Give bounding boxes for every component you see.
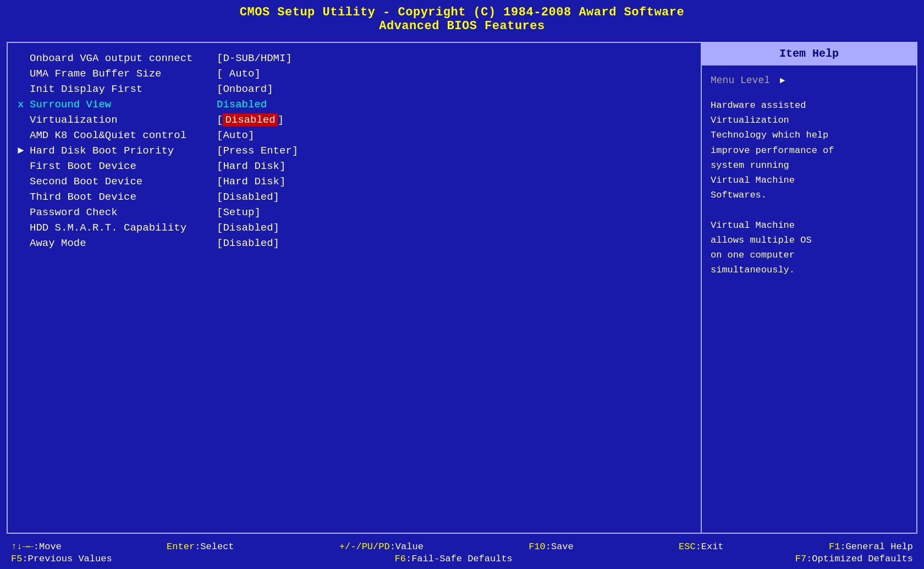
list-item[interactable]: First Boot Device [Hard Disk] [18,158,691,174]
item-help-header: Item Help [702,43,916,65]
arrow-indicator [18,176,30,188]
list-item[interactable]: ► Hard Disk Boot Priority [Press Enter] [18,143,691,158]
footer-key: ↑↓→← [11,541,34,552]
footer-row-2: F5:Previous Values F6:Fail-Safe Defaults… [11,554,913,564]
list-item[interactable]: HDD S.M.A.R.T. Capability [Disabled] [18,220,691,236]
item-label: First Boot Device [30,160,217,172]
header-line1: CMOS Setup Utility - Copyright (C) 1984-… [0,6,924,19]
item-value: [Setup] [217,206,261,218]
footer-desc: :Value [390,541,424,552]
arrow-indicator: ► [18,145,30,157]
item-label: Onboard VGA output connect [30,52,217,64]
arrow-indicator [18,206,30,218]
item-label: Second Boot Device [30,176,217,188]
arrow-indicator [18,129,30,141]
help-text: Hardware assisted Virtualization Technol… [711,98,908,277]
header: CMOS Setup Utility - Copyright (C) 1984-… [0,0,924,37]
footer-row-1: ↑↓→←:Move Enter:Select +/-/PU/PD:Value F… [11,541,913,552]
footer-desc: :Fail-Safe Defaults [406,554,513,564]
footer-desc: :Move [34,541,62,552]
list-item[interactable]: UMA Frame Buffer Size [ Auto] [18,66,691,81]
left-panel: Onboard VGA output connect [D-SUB/HDMI] … [8,43,702,533]
item-value: [Hard Disk] [217,160,285,172]
footer-item: ESC:Exit [679,541,724,552]
item-value: [Disabled] [217,114,284,126]
footer-key: F5 [11,554,22,564]
arrow-indicator [18,114,30,126]
item-label: Away Mode [30,237,217,249]
footer-desc: :General Help [840,541,913,552]
main-content: Onboard VGA output connect [D-SUB/HDMI] … [7,42,917,534]
footer-desc: :Exit [696,541,724,552]
item-label: HDD S.M.A.R.T. Capability [30,222,217,234]
footer-key: F7 [795,554,806,564]
footer-item: F1:General Help [829,541,913,552]
item-value: [Press Enter] [217,145,298,157]
footer-item: F5:Previous Values [11,554,112,564]
menu-level-row: Menu Level ► [711,73,908,88]
item-value: [Disabled] [217,191,279,203]
item-value: [D-SUB/HDMI] [217,52,292,64]
item-value: [Hard Disk] [217,176,285,188]
footer-item: F6:Fail-Safe Defaults [395,554,513,564]
item-label: UMA Frame Buffer Size [30,68,217,80]
footer-key: +/-/PU/PD [339,541,390,552]
footer-desc: :Select [195,541,234,552]
item-value: Disabled [217,99,267,111]
footer-item: ↑↓→←:Move [11,541,62,552]
footer-item: Enter:Select [167,541,234,552]
item-label: Virtualization [30,114,217,126]
item-value: [Disabled] [217,237,279,249]
arrow-indicator: x [18,99,30,111]
arrow-indicator [18,191,30,203]
arrow-indicator [18,68,30,80]
item-label: Hard Disk Boot Priority [30,145,217,157]
list-item[interactable]: AMD K8 Cool&Quiet control [Auto] [18,128,691,143]
footer-item: +/-/PU/PD:Value [339,541,424,552]
menu-level-arrow: ► [774,74,785,87]
list-item[interactable]: Away Mode [Disabled] [18,236,691,251]
list-item[interactable]: Password Check [Setup] [18,205,691,220]
item-value: [Disabled] [217,222,279,234]
item-label: Init Display First [30,83,217,95]
arrow-indicator [18,237,30,249]
footer-item: F10:Save [529,541,574,552]
footer-key: F10 [529,541,546,552]
footer-key: Enter [167,541,195,552]
list-item[interactable]: Virtualization [Disabled] [18,112,691,128]
list-item[interactable]: Init Display First [Onboard] [18,81,691,97]
arrow-indicator [18,222,30,234]
item-value: [Onboard] [217,83,273,95]
bios-screen: CMOS Setup Utility - Copyright (C) 1984-… [0,0,924,569]
arrow-indicator [18,160,30,172]
menu-level-label: Menu Level [711,73,770,88]
list-item[interactable]: Third Boot Device [Disabled] [18,189,691,205]
footer-desc: :Optimized Defaults [806,554,913,564]
list-item[interactable]: x Surround View Disabled [18,97,691,112]
footer-item: F7:Optimized Defaults [795,554,913,564]
highlighted-value: Disabled [223,113,277,127]
item-value: [Auto] [217,129,254,141]
item-label: AMD K8 Cool&Quiet control [30,129,217,141]
right-panel: Item Help Menu Level ► Hardware assisted… [702,43,916,533]
footer-key: ESC [679,541,696,552]
list-item[interactable]: Second Boot Device [Hard Disk] [18,174,691,189]
footer-key: F1 [829,541,840,552]
footer-key: F6 [395,554,406,564]
item-value: [ Auto] [217,68,261,80]
header-line2: Advanced BIOS Features [0,19,924,33]
item-label: Third Boot Device [30,191,217,203]
list-item[interactable]: Onboard VGA output connect [D-SUB/HDMI] [18,51,691,66]
arrow-indicator [18,52,30,64]
item-label: Surround View [30,99,217,111]
item-help-content: Menu Level ► Hardware assisted Virtualiz… [702,65,916,285]
footer-desc: :Save [546,541,574,552]
footer: ↑↓→←:Move Enter:Select +/-/PU/PD:Value F… [0,538,924,569]
item-label: Password Check [30,206,217,218]
arrow-indicator [18,83,30,95]
footer-desc: :Previous Values [22,554,112,564]
